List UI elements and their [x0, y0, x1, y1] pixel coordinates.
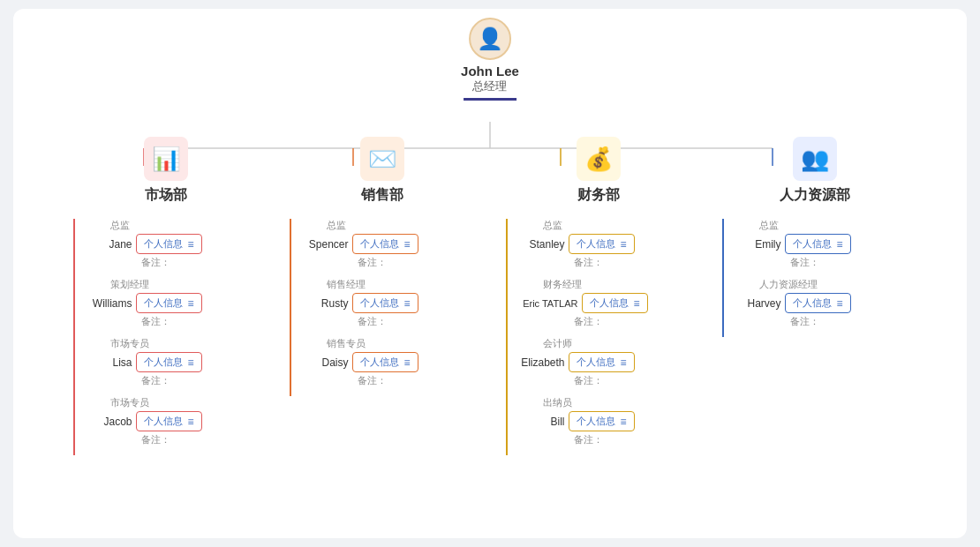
hr-dept-name: 人力资源部	[780, 186, 850, 205]
emp-eric-name: Eric TATLAR	[516, 298, 578, 309]
emp-harvey-row: Harvey 个人信息 ≡	[733, 293, 908, 313]
emp-harvey-card[interactable]: 个人信息 ≡	[785, 293, 851, 313]
emp-spencer-name: Spencer	[300, 238, 349, 251]
emp-bill-row: Bill 个人信息 ≡	[516, 411, 691, 431]
departments-row: 📊 市场部 总监 Jane 个人信息 ≡ 备注：	[57, 137, 923, 455]
ceo-title: 总经理	[472, 79, 507, 94]
emp-williams-card[interactable]: 个人信息 ≡	[136, 293, 202, 313]
emp-stanley-name: Stanley	[516, 238, 565, 251]
emp-jane: 总监 Jane 个人信息 ≡ 备注：	[84, 219, 259, 269]
finance-dept-name: 财务部	[577, 186, 620, 205]
emp-williams-note: 备注：	[84, 315, 259, 328]
emp-emily-row: Emily 个人信息 ≡	[733, 234, 908, 254]
emp-elizabeth-note: 备注：	[516, 374, 691, 387]
emp-spencer-role: 总监	[300, 219, 475, 232]
emp-lisa-card[interactable]: 个人信息 ≡	[136, 352, 202, 372]
emp-daisy-row: Daisy 个人信息 ≡	[300, 352, 475, 372]
emp-lisa-name: Lisa	[84, 356, 132, 369]
emp-jane-role: 总监	[84, 219, 259, 232]
emp-harvey-name: Harvey	[733, 297, 781, 310]
emp-jane-note: 备注：	[84, 256, 259, 269]
ceo-node: 👤 John Lee 总经理	[461, 18, 519, 101]
finance-icon: 💰	[577, 137, 621, 181]
emp-lisa-role: 市场专员	[84, 337, 259, 350]
emp-spencer-card[interactable]: 个人信息 ≡	[352, 234, 418, 254]
emp-jacob-card[interactable]: 个人信息 ≡	[136, 411, 202, 431]
dept-sales: ✉️ 销售部 总监 Spencer 个人信息 ≡ 备注：	[290, 137, 475, 455]
emp-emily-card[interactable]: 个人信息 ≡	[785, 234, 851, 254]
sales-icon: ✉️	[360, 137, 404, 181]
emp-williams-role: 策划经理	[84, 278, 259, 291]
emp-eric-role: 财务经理	[516, 278, 691, 291]
emp-stanley-note: 备注：	[516, 256, 691, 269]
emp-lisa-note: 备注：	[84, 374, 259, 387]
emp-spencer: 总监 Spencer 个人信息 ≡ 备注：	[300, 219, 475, 269]
emp-bill-card[interactable]: 个人信息 ≡	[569, 411, 635, 431]
hr-employees: 总监 Emily 个人信息 ≡ 备注： 人力资源经理 Harvey	[722, 219, 908, 337]
emp-spencer-row: Spencer 个人信息 ≡	[300, 234, 475, 254]
emp-emily-name: Emily	[733, 238, 781, 251]
emp-jacob-row: Jacob 个人信息 ≡	[84, 411, 259, 431]
market-dept-name: 市场部	[145, 186, 187, 205]
dept-hr: 👥 人力资源部 总监 Emily 个人信息 ≡ 备注：	[722, 137, 908, 455]
emp-emily-note: 备注：	[733, 256, 908, 269]
sales-employees: 总监 Spencer 个人信息 ≡ 备注： 销售经理 Rusty	[290, 219, 475, 396]
emp-lisa: 市场专员 Lisa 个人信息 ≡ 备注：	[84, 337, 259, 387]
emp-stanley: 总监 Stanley 个人信息 ≡ 备注：	[516, 219, 691, 269]
market-employees: 总监 Jane 个人信息 ≡ 备注： 策划经理 Williams	[73, 219, 259, 455]
emp-jane-card[interactable]: 个人信息 ≡	[136, 234, 202, 254]
emp-williams-row: Williams 个人信息 ≡	[84, 293, 259, 313]
emp-daisy: 销售专员 Daisy 个人信息 ≡ 备注：	[300, 337, 475, 387]
emp-stanley-role: 总监	[516, 219, 691, 232]
market-icon: 📊	[144, 137, 188, 181]
emp-bill: 出纳员 Bill 个人信息 ≡ 备注：	[516, 396, 691, 446]
sales-dept-name: 销售部	[361, 186, 403, 205]
emp-rusty-card[interactable]: 个人信息 ≡	[352, 293, 418, 313]
dept-market: 📊 市场部 总监 Jane 个人信息 ≡ 备注：	[73, 137, 259, 455]
emp-lisa-row: Lisa 个人信息 ≡	[84, 352, 259, 372]
emp-williams-name: Williams	[84, 297, 132, 310]
hr-icon: 👥	[793, 137, 837, 181]
emp-eric-note: 备注：	[516, 315, 691, 328]
emp-bill-role: 出纳员	[516, 396, 691, 409]
emp-eric: 财务经理 Eric TATLAR 个人信息 ≡ 备注：	[516, 278, 691, 328]
emp-jacob-role: 市场专员	[84, 396, 259, 409]
emp-eric-row: Eric TATLAR 个人信息 ≡	[516, 293, 691, 313]
emp-elizabeth-card[interactable]: 个人信息 ≡	[569, 352, 635, 372]
emp-elizabeth-row: Elizabeth 个人信息 ≡	[516, 352, 691, 372]
emp-williams: 策划经理 Williams 个人信息 ≡ 备注：	[84, 278, 259, 328]
emp-stanley-row: Stanley 个人信息 ≡	[516, 234, 691, 254]
emp-daisy-role: 销售专员	[300, 337, 475, 350]
emp-eric-card[interactable]: 个人信息 ≡	[582, 293, 648, 313]
emp-emily-role: 总监	[733, 219, 908, 232]
ceo-underline	[464, 98, 516, 101]
emp-jane-name: Jane	[84, 238, 132, 251]
dept-finance: 💰 财务部 总监 Stanley 个人信息 ≡ 备注：	[506, 137, 691, 455]
emp-daisy-card[interactable]: 个人信息 ≡	[352, 352, 418, 372]
emp-harvey-role: 人力资源经理	[733, 278, 908, 291]
emp-rusty-row: Rusty 个人信息 ≡	[300, 293, 475, 313]
emp-rusty-role: 销售经理	[300, 278, 475, 291]
org-chart: 👤 John Lee 总经理 📊 市场部 总监	[13, 9, 967, 538]
emp-elizabeth-role: 会计师	[516, 337, 691, 350]
emp-jacob-name: Jacob	[84, 416, 132, 428]
emp-bill-name: Bill	[516, 416, 565, 428]
finance-employees: 总监 Stanley 个人信息 ≡ 备注： 财务经理 Eric TATLAR	[506, 219, 691, 455]
emp-daisy-name: Daisy	[300, 356, 349, 369]
emp-rusty-note: 备注：	[300, 315, 475, 328]
emp-rusty: 销售经理 Rusty 个人信息 ≡ 备注：	[300, 278, 475, 328]
ceo-avatar: 👤	[469, 18, 511, 60]
emp-emily: 总监 Emily 个人信息 ≡ 备注：	[733, 219, 908, 269]
emp-rusty-name: Rusty	[300, 297, 349, 310]
emp-harvey: 人力资源经理 Harvey 个人信息 ≡ 备注：	[733, 278, 908, 328]
emp-jacob: 市场专员 Jacob 个人信息 ≡ 备注：	[84, 396, 259, 446]
emp-elizabeth-name: Elizabeth	[516, 356, 565, 369]
emp-bill-note: 备注：	[516, 433, 691, 446]
emp-jacob-note: 备注：	[84, 433, 259, 446]
ceo-name: John Lee	[461, 64, 519, 79]
emp-daisy-note: 备注：	[300, 374, 475, 387]
emp-spencer-note: 备注：	[300, 256, 475, 269]
emp-elizabeth: 会计师 Elizabeth 个人信息 ≡ 备注：	[516, 337, 691, 387]
emp-harvey-note: 备注：	[733, 315, 908, 328]
emp-stanley-card[interactable]: 个人信息 ≡	[569, 234, 635, 254]
